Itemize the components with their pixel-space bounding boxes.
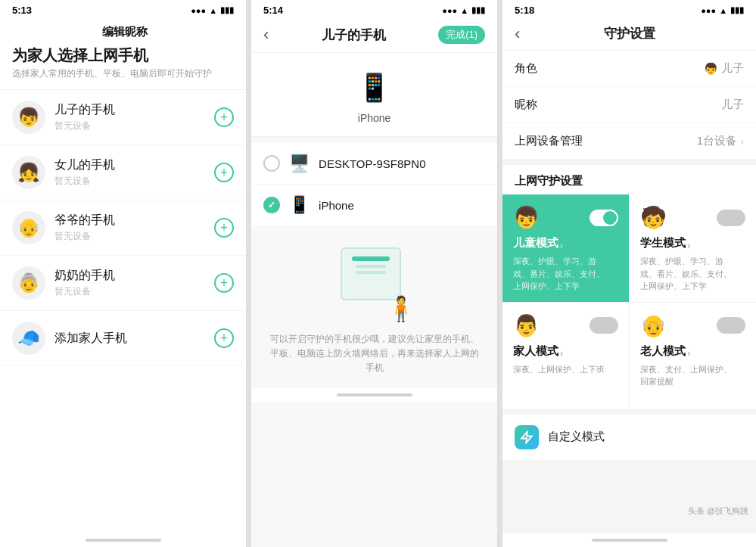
- signal-icon: ●●●: [191, 6, 206, 15]
- mode-card-top-student: 🧒: [640, 205, 745, 230]
- device-name-1: iPhone: [319, 199, 354, 212]
- toggle-child[interactable]: [590, 210, 618, 226]
- mode-card-top-child: 👦: [513, 205, 618, 230]
- mode-card-top-elder: 👴: [640, 313, 745, 338]
- add-btn-0[interactable]: +: [214, 107, 234, 127]
- member-avatar-0: 👦: [12, 101, 45, 134]
- member-info-3: 奶奶的手机 暂无设备: [54, 268, 214, 298]
- illustration: 🧍: [333, 247, 416, 323]
- add-btn-4[interactable]: +: [214, 328, 234, 348]
- mode-tags-child: 深夜、护眼、学习、游戏、番片、娱乐、支付、上网保护、上下学: [513, 255, 618, 293]
- add-btn-3[interactable]: +: [214, 273, 234, 293]
- home-bar-2: [337, 393, 412, 396]
- member-item-4[interactable]: 🧢 添加家人手机 +: [0, 311, 246, 366]
- back-button-2[interactable]: ‹: [263, 25, 269, 45]
- mode-avatar-family: 👨: [513, 313, 540, 338]
- member-item-1[interactable]: 👧 女儿的手机 暂无设备 +: [0, 145, 246, 200]
- member-item-0[interactable]: 👦 儿子的手机 暂无设备 +: [0, 90, 246, 145]
- device-list: 🖥️ DESKTOP-9SF8PN0 📱 iPhone: [251, 143, 497, 226]
- back-button-3[interactable]: ‹: [515, 24, 520, 44]
- device-radio-1[interactable]: [263, 197, 280, 213]
- mode-name-student: 学生模式: [640, 236, 686, 250]
- member-sub-1: 暂无设备: [54, 175, 214, 188]
- panel1-subtitle: 选择家人常用的手机、平板、电脑后即可开始守护: [12, 67, 237, 80]
- member-list: 👦 儿子的手机 暂无设备 + 👧 女儿的手机 暂无设备 + 👴 爷爷的手机 暂无…: [0, 90, 246, 533]
- wifi-icon-3: ▲: [719, 6, 727, 15]
- member-info-2: 爷爷的手机 暂无设备: [54, 213, 214, 243]
- panel2-title: 儿子的手机: [322, 26, 386, 44]
- panel-3: 5:18 ●●● ▲ ▮▮▮ ‹ 守护设置 角色 👦 儿子 昵称 儿子: [502, 0, 756, 547]
- home-indicator-1: [0, 533, 246, 547]
- home-bar-1: [86, 539, 161, 542]
- status-bar-1: 5:13 ●●● ▲ ▮▮▮: [0, 0, 246, 19]
- mode-card-child[interactable]: 👦 儿童模式 › 深夜、护眼、学习、游戏、番片、娱乐、支付、上网保护、上下学: [502, 194, 629, 302]
- role-avatar: 👦: [704, 62, 718, 76]
- selected-device-name: iPhone: [358, 112, 391, 124]
- device-mgmt-value: 1台设备 ›: [697, 134, 744, 148]
- panel3-title: 守护设置: [604, 25, 655, 42]
- mode-tags-family: 深夜、上网保护、上下班: [513, 363, 618, 376]
- device-name-0: DESKTOP-9SF8PN0: [319, 157, 425, 170]
- chevron-elder: ›: [687, 348, 690, 359]
- member-item-2[interactable]: 👴 爷爷的手机 暂无设备 +: [0, 200, 246, 256]
- nickname-row[interactable]: 昵称 儿子: [502, 87, 756, 123]
- mode-card-student[interactable]: 🧒 学生模式 › 深夜、护眼、学习、游戏、看片、娱乐、支付、上网保护、上下学: [630, 194, 756, 302]
- mode-name-child: 儿童模式: [513, 236, 558, 250]
- mode-card-elder[interactable]: 👴 老人模式 › 深夜、支付、上网保护、回家提醒: [630, 303, 756, 409]
- device-mgmt-row[interactable]: 上网设备管理 1台设备 ›: [502, 123, 756, 159]
- section-title: 上网守护设置: [502, 165, 756, 194]
- device-item-1[interactable]: 📱 iPhone: [251, 185, 497, 226]
- battery-icon-2: ▮▮▮: [471, 5, 485, 15]
- role-text: 儿子: [721, 61, 744, 76]
- illus-screen: [341, 247, 401, 300]
- add-btn-2[interactable]: +: [214, 218, 234, 238]
- time-2: 5:14: [263, 5, 283, 16]
- status-icons-3: ●●● ▲ ▮▮▮: [701, 5, 744, 15]
- settings-group-main: 角色 👦 儿子 昵称 儿子 上网设备管理 1台设备 ›: [502, 51, 756, 159]
- protection-section: 上网守护设置: [502, 165, 756, 194]
- chevron-student: ›: [687, 241, 690, 251]
- member-name-3: 奶奶的手机: [54, 268, 214, 284]
- chevron-family: ›: [560, 348, 563, 359]
- mode-name-row-family: 家人模式 ›: [513, 344, 618, 363]
- mode-card-family[interactable]: 👨 家人模式 › 深夜、上网保护、上下班: [502, 303, 629, 409]
- mode-card-top-family: 👨: [513, 313, 618, 338]
- mode-avatar-child: 👦: [513, 205, 540, 230]
- mode-avatar-elder: 👴: [640, 313, 667, 338]
- member-avatar-1: 👧: [12, 156, 45, 189]
- status-bar-2: 5:14 ●●● ▲ ▮▮▮: [251, 0, 497, 19]
- svg-marker-0: [521, 431, 532, 443]
- mode-avatar-student: 🧒: [640, 205, 667, 230]
- toggle-student[interactable]: [717, 210, 745, 226]
- device-item-0[interactable]: 🖥️ DESKTOP-9SF8PN0: [251, 143, 497, 185]
- panel1-header: 编辑昵称 为家人选择上网手机 选择家人常用的手机、平板、电脑后即可开始守护: [0, 19, 247, 90]
- toggle-elder[interactable]: [717, 317, 745, 334]
- status-icons-2: ●●● ▲ ▮▮▮: [442, 5, 485, 15]
- member-avatar-2: 👴: [12, 211, 45, 244]
- toggle-family[interactable]: [590, 317, 618, 334]
- tip-text: 可以开启守护的手机很少哦，建议先让家里的手机、平板、电脑连上防火墙网络后，再来选…: [269, 332, 479, 376]
- done-button[interactable]: 完成(1): [438, 26, 485, 44]
- panel2-header: ‹ 儿子的手机 完成(1): [251, 19, 497, 53]
- status-bar-3: 5:18 ●●● ▲ ▮▮▮: [502, 0, 756, 19]
- member-sub-3: 暂无设备: [54, 285, 214, 298]
- member-item-3[interactable]: 👵 奶奶的手机 暂无设备 +: [0, 256, 246, 311]
- add-btn-1[interactable]: +: [214, 163, 234, 182]
- custom-mode-row[interactable]: 自定义模式: [502, 415, 756, 460]
- member-avatar-3: 👵: [12, 266, 45, 300]
- member-name-0: 儿子的手机: [54, 102, 214, 118]
- mode-name-elder: 老人模式: [640, 344, 686, 359]
- time-3: 5:18: [515, 5, 534, 16]
- mode-tags-student: 深夜、护眼、学习、游戏、看片、娱乐、支付、上网保护、上下学: [640, 255, 745, 293]
- panel3-header: ‹ 守护设置: [502, 19, 756, 51]
- wifi-icon-2: ▲: [460, 6, 468, 15]
- mode-name-row-elder: 老人模式 ›: [640, 344, 745, 363]
- panel-2: 5:14 ●●● ▲ ▮▮▮ ‹ 儿子的手机 完成(1) 📱 iPhone 🖥️…: [251, 0, 498, 547]
- signal-icon-2: ●●●: [442, 6, 457, 15]
- mode-name-row-child: 儿童模式 ›: [513, 236, 618, 255]
- member-info-0: 儿子的手机 暂无设备: [54, 102, 214, 132]
- device-radio-0[interactable]: [263, 155, 280, 172]
- panel1-edit-title: 编辑昵称: [12, 25, 237, 39]
- role-row[interactable]: 角色 👦 儿子: [502, 51, 756, 87]
- member-sub-0: 暂无设备: [54, 120, 214, 132]
